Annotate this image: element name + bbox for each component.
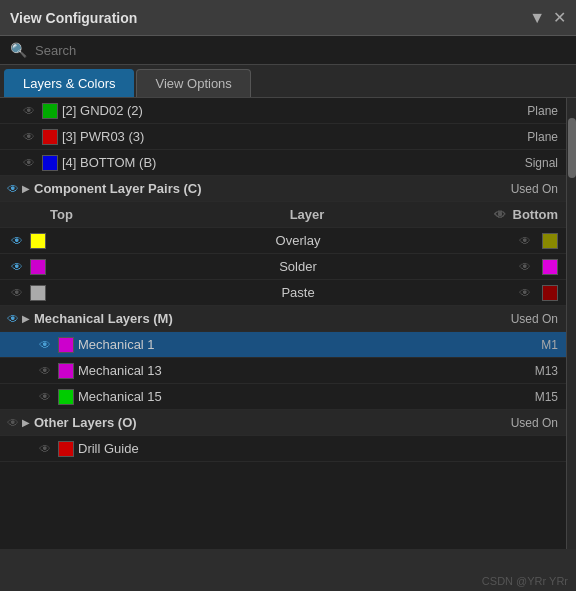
layer-name-bottom: [4] BOTTOM (B) bbox=[62, 155, 507, 170]
minimize-icon[interactable]: ▼ bbox=[529, 9, 545, 27]
pair-row-bottom-solder: 👁 bbox=[472, 258, 562, 276]
search-input[interactable] bbox=[35, 43, 566, 58]
visibility-comp-pairs[interactable]: 👁 bbox=[4, 180, 22, 198]
pair-name-solder: Solder bbox=[124, 259, 472, 274]
pair-row-top-solder: 👁 bbox=[4, 258, 124, 276]
color-overlay-top[interactable] bbox=[30, 233, 46, 249]
section-comp-pairs[interactable]: 👁 ▶ Component Layer Pairs (C) Used On bbox=[0, 176, 566, 202]
visibility-mech-section[interactable]: 👁 bbox=[4, 310, 22, 328]
layer-tag-mech15: M15 bbox=[507, 390, 562, 404]
expand-mech-section[interactable]: ▶ bbox=[22, 313, 30, 324]
layer-name-drill-guide: Drill Guide bbox=[78, 441, 507, 456]
close-icon[interactable]: ✕ bbox=[553, 8, 566, 27]
visibility-overlay-bottom[interactable]: 👁 bbox=[516, 232, 534, 250]
scrollbar-thumb[interactable] bbox=[568, 118, 576, 178]
pair-layer-label: Layer bbox=[142, 207, 472, 222]
visibility-mech15[interactable]: 👁 bbox=[36, 388, 54, 406]
layer-name-mech1: Mechanical 1 bbox=[78, 337, 507, 352]
color-overlay-bottom[interactable] bbox=[542, 233, 558, 249]
visibility-solder-top[interactable]: 👁 bbox=[8, 258, 26, 276]
expand-comp-pairs[interactable]: ▶ bbox=[22, 183, 30, 194]
visibility-paste-top[interactable]: 👁 bbox=[8, 284, 26, 302]
layer-row-mech1[interactable]: 👁 Mechanical 1 M1 bbox=[0, 332, 566, 358]
visibility-bottom[interactable]: 👁 bbox=[20, 154, 38, 172]
color-pwr03[interactable] bbox=[42, 129, 58, 145]
layer-name-mech13: Mechanical 13 bbox=[78, 363, 507, 378]
section-other-layers[interactable]: 👁 ▶ Other Layers (O) Used On bbox=[0, 410, 566, 436]
pair-row-paste[interactable]: 👁 Paste 👁 bbox=[0, 280, 566, 306]
watermark: CSDN @YRr YRr bbox=[482, 575, 568, 587]
section-mech-layers[interactable]: 👁 ▶ Mechanical Layers (M) Used On bbox=[0, 306, 566, 332]
section-tag-mech: Used On bbox=[507, 312, 562, 326]
visibility-pwr03[interactable]: 👁 bbox=[20, 128, 38, 146]
pair-row-top-paste: 👁 bbox=[4, 284, 124, 302]
visibility-mech13[interactable]: 👁 bbox=[36, 362, 54, 380]
color-bottom[interactable] bbox=[42, 155, 58, 171]
visibility-gnd02[interactable]: 👁 bbox=[20, 102, 38, 120]
color-gnd02[interactable] bbox=[42, 103, 58, 119]
window-title: View Configuration bbox=[10, 10, 137, 26]
section-label-comp-pairs: Component Layer Pairs (C) bbox=[34, 181, 507, 196]
content-area: 👁 [2] GND02 (2) Plane 👁 [3] PWR03 (3) Pl… bbox=[0, 98, 576, 549]
pair-bottom-label: 👁 Bottom bbox=[472, 206, 562, 224]
section-label-other: Other Layers (O) bbox=[34, 415, 507, 430]
color-drill-guide[interactable] bbox=[58, 441, 74, 457]
layer-tag-mech1: M1 bbox=[507, 338, 562, 352]
visibility-other-section[interactable]: 👁 bbox=[4, 414, 22, 432]
layer-tag-mech13: M13 bbox=[507, 364, 562, 378]
search-bar: 🔍 bbox=[0, 36, 576, 65]
color-mech13[interactable] bbox=[58, 363, 74, 379]
pair-row-top-overlay: 👁 bbox=[4, 232, 124, 250]
layer-name-mech15: Mechanical 15 bbox=[78, 389, 507, 404]
pair-subheader: 👁 Top Layer 👁 Bottom bbox=[0, 202, 566, 228]
layer-row-drill-guide[interactable]: 👁 Drill Guide bbox=[0, 436, 566, 462]
color-mech15[interactable] bbox=[58, 389, 74, 405]
section-tag-other: Used On bbox=[507, 416, 562, 430]
pair-name-overlay: Overlay bbox=[124, 233, 472, 248]
bottom-eye-placeholder: 👁 bbox=[491, 206, 509, 224]
pair-row-bottom-paste: 👁 bbox=[472, 284, 562, 302]
layer-row-mech15[interactable]: 👁 Mechanical 15 M15 bbox=[0, 384, 566, 410]
layer-row-gnd02[interactable]: 👁 [2] GND02 (2) Plane bbox=[0, 98, 566, 124]
visibility-paste-bottom[interactable]: 👁 bbox=[516, 284, 534, 302]
pair-row-overlay[interactable]: 👁 Overlay 👁 bbox=[0, 228, 566, 254]
layer-tag-gnd02: Plane bbox=[507, 104, 562, 118]
tab-view-options[interactable]: View Options bbox=[136, 69, 250, 97]
pair-name-paste: Paste bbox=[124, 285, 472, 300]
section-label-mech: Mechanical Layers (M) bbox=[34, 311, 507, 326]
search-icon: 🔍 bbox=[10, 42, 27, 58]
tab-layers-colors[interactable]: Layers & Colors bbox=[4, 69, 134, 97]
layer-name-pwr03: [3] PWR03 (3) bbox=[62, 129, 507, 144]
scrollbar-track[interactable] bbox=[566, 98, 576, 549]
title-bar: View Configuration ▼ ✕ bbox=[0, 0, 576, 36]
pair-row-solder[interactable]: 👁 Solder 👁 bbox=[0, 254, 566, 280]
layer-name-gnd02: [2] GND02 (2) bbox=[62, 103, 507, 118]
layer-row-mech13[interactable]: 👁 Mechanical 13 M13 bbox=[0, 358, 566, 384]
expand-other-section[interactable]: ▶ bbox=[22, 417, 30, 428]
layer-tag-bottom: Signal bbox=[507, 156, 562, 170]
visibility-mech1[interactable]: 👁 bbox=[36, 336, 54, 354]
pair-row-bottom-overlay: 👁 bbox=[472, 232, 562, 250]
section-tag-comp-pairs: Used On bbox=[507, 182, 562, 196]
color-solder-bottom[interactable] bbox=[542, 259, 558, 275]
layer-tag-pwr03: Plane bbox=[507, 130, 562, 144]
color-paste-top[interactable] bbox=[30, 285, 46, 301]
window: View Configuration ▼ ✕ 🔍 Layers & Colors… bbox=[0, 0, 576, 591]
layer-row-bottom[interactable]: 👁 [4] BOTTOM (B) Signal bbox=[0, 150, 566, 176]
pair-top-label: Top bbox=[22, 207, 142, 222]
layer-row-pwr03[interactable]: 👁 [3] PWR03 (3) Plane bbox=[0, 124, 566, 150]
visibility-overlay-top[interactable]: 👁 bbox=[8, 232, 26, 250]
tab-bar: Layers & Colors View Options bbox=[0, 65, 576, 98]
visibility-drill-guide[interactable]: 👁 bbox=[36, 440, 54, 458]
color-solder-top[interactable] bbox=[30, 259, 46, 275]
color-paste-bottom[interactable] bbox=[542, 285, 558, 301]
layer-list[interactable]: 👁 [2] GND02 (2) Plane 👁 [3] PWR03 (3) Pl… bbox=[0, 98, 566, 549]
color-mech1[interactable] bbox=[58, 337, 74, 353]
visibility-solder-bottom[interactable]: 👁 bbox=[516, 258, 534, 276]
title-bar-controls: ▼ ✕ bbox=[529, 8, 566, 27]
